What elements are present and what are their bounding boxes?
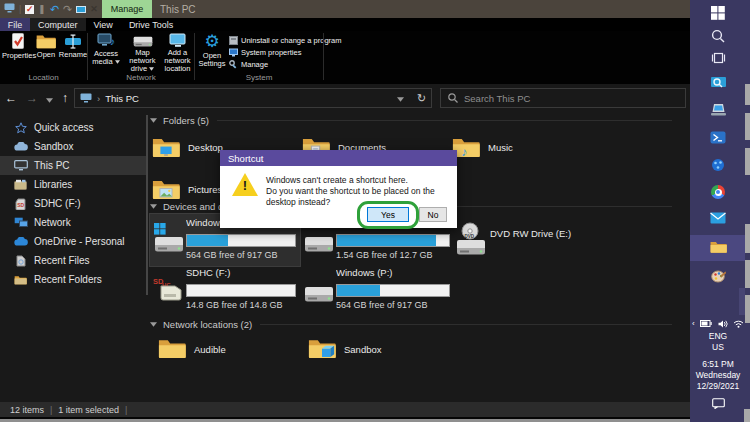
dialog-body: ! Windows can't create a shortcut here. …	[220, 166, 457, 228]
undo-icon[interactable]: ↶	[50, 5, 59, 14]
sidebar-item-recent-files[interactable]: Recent Files	[0, 251, 148, 270]
tab-file[interactable]: File	[0, 18, 30, 31]
up-button[interactable]: ↑	[56, 91, 74, 105]
sidebar-scrollbar[interactable]	[146, 115, 148, 295]
section-header-network-locations[interactable]: Network locations (2)	[150, 318, 672, 330]
collapse-chevron-icon[interactable]	[150, 322, 157, 327]
libraries-icon	[13, 179, 28, 190]
properties-qat-icon[interactable]: ✓	[25, 5, 34, 14]
powershell-icon[interactable]	[690, 131, 746, 144]
sidebar-item-recent-folders[interactable]: Recent Folders	[0, 270, 148, 289]
warning-exclamation: !	[232, 178, 258, 193]
forward-button[interactable]: →	[22, 91, 42, 105]
sidebar-item-onedrive[interactable]: OneDrive - Personal	[0, 232, 148, 251]
section-rule	[260, 324, 672, 325]
sd-card-icon: SD	[13, 198, 28, 210]
tab-drive-tools[interactable]: Drive Tools	[121, 18, 181, 31]
edge-window-sliver	[745, 148, 750, 175]
tray-language[interactable]: ENG	[690, 331, 746, 341]
open-settings-button[interactable]: ⚙ Open Settings	[196, 33, 228, 73]
rename-button[interactable]: Rename	[57, 33, 89, 73]
refresh-icon[interactable]: ↻	[417, 92, 426, 105]
clock-day[interactable]: Wednesday	[690, 370, 746, 380]
network-icon	[13, 217, 28, 228]
tab-view[interactable]: View	[86, 18, 121, 31]
columns-qat-icon[interactable]: ❚	[38, 5, 46, 14]
taskbar-search-icon[interactable]	[690, 29, 746, 43]
shortcut-dialog: Shortcut ! Windows can't create a shortc…	[220, 150, 457, 228]
status-bar: 12 items | 1 item selected |	[0, 402, 690, 417]
address-bar[interactable]: › This PC ↻	[74, 88, 432, 108]
network-signal-icon[interactable]	[733, 320, 744, 328]
window-title: This PC	[160, 0, 196, 18]
capacity-bar	[186, 234, 296, 247]
capacity-bar	[186, 284, 296, 297]
edge-window-sliver	[745, 260, 750, 288]
edge-window-sliver	[745, 295, 750, 323]
back-button[interactable]: ←	[0, 91, 22, 105]
manage-button[interactable]: Manage	[229, 59, 268, 70]
action-center-icon[interactable]	[690, 398, 746, 409]
start-button[interactable]	[690, 6, 746, 20]
delete-qat-icon[interactable]: ✕	[90, 5, 98, 14]
ribbon-group-network: ♪ Access media Map network drive Add a n…	[88, 31, 194, 84]
magnifier-app-icon[interactable]	[690, 76, 746, 90]
paint-icon[interactable]	[690, 269, 746, 283]
tray-chevron-icon[interactable]: ‹	[692, 319, 695, 328]
task-view-icon[interactable]	[690, 52, 746, 64]
file-explorer-icon[interactable]	[690, 240, 746, 254]
mail-icon[interactable]	[690, 212, 746, 224]
recent-files-icon	[13, 255, 28, 267]
audible-folder-icon	[158, 337, 186, 362]
sidebar-item-sandbox[interactable]: Sandbox	[0, 137, 148, 156]
capacity-bar	[336, 284, 450, 297]
map-network-drive-icon	[133, 33, 153, 48]
collapse-chevron-icon[interactable]	[150, 118, 157, 123]
capacity-bar	[336, 234, 450, 247]
drive-tile-windows-p[interactable]: Windows (P:) 564 GB free of 917 GB	[300, 264, 450, 316]
collapse-chevron-icon[interactable]	[150, 204, 157, 209]
network-location-audible[interactable]: Audible	[158, 334, 304, 364]
breadcrumb[interactable]: This PC	[105, 93, 139, 104]
redo-icon[interactable]: ↷	[63, 5, 72, 14]
uninstall-program-button[interactable]: Uninstall or change a program	[229, 35, 341, 46]
manage-contextual-tab[interactable]: Manage	[102, 0, 152, 18]
clock-date[interactable]: 12/29/2021	[690, 381, 746, 391]
drive-tile-sdhc-f[interactable]: SDHC SDHC (F:) 14.8 GB free of 14.8 GB	[150, 264, 300, 316]
system-properties-button[interactable]: System properties	[229, 47, 301, 58]
add-network-location-icon	[169, 33, 187, 48]
clock-time[interactable]: 6:51 PM	[690, 359, 746, 369]
add-network-location-button[interactable]: Add a network location	[161, 33, 194, 73]
search-input[interactable]	[464, 93, 654, 104]
selected-count: 1 item selected	[58, 405, 119, 415]
folder-tile-music[interactable]: ♪ Music	[452, 132, 598, 162]
laptop-app-icon[interactable]	[690, 103, 746, 117]
speaker-icon[interactable]	[718, 320, 728, 328]
rename-qat-icon[interactable]	[76, 6, 86, 13]
no-button[interactable]: No	[419, 207, 447, 222]
taskbar: ‹ ENG US 6:51 PM Wednesday 12/29/2021	[690, 0, 750, 422]
drive-tile-dvd-e[interactable]: DVD DVD RW Drive (E:)	[452, 214, 632, 266]
sidebar-item-network[interactable]: Network	[0, 213, 148, 232]
chrome-icon[interactable]	[690, 185, 746, 199]
group-label-network: Network	[88, 73, 194, 82]
search-box[interactable]	[440, 88, 686, 108]
dialog-title-bar[interactable]: Shortcut	[220, 150, 457, 166]
battery-icon[interactable]	[700, 320, 712, 327]
dropdown-caret-icon	[115, 60, 120, 64]
app-dots-icon[interactable]	[690, 158, 746, 172]
sidebar-item-libraries[interactable]: Libraries	[0, 175, 148, 194]
sidebar-item-sdhc[interactable]: SD SDHC (F:)	[0, 194, 148, 213]
recent-locations-caret[interactable]	[42, 89, 56, 107]
sidebar-item-quick-access[interactable]: Quick access	[0, 118, 148, 137]
address-dropdown-caret[interactable]	[397, 93, 404, 104]
tray-region[interactable]: US	[690, 342, 746, 352]
edge-window-sliver	[744, 409, 750, 422]
map-network-drive-button[interactable]: Map network drive	[124, 33, 161, 73]
sidebar-item-this-pc[interactable]: This PC	[0, 156, 148, 175]
network-location-sandbox[interactable]: Sandbox	[308, 334, 454, 364]
access-media-button[interactable]: ♪ Access media	[89, 33, 123, 73]
section-header-folders[interactable]: Folders (5)	[150, 114, 672, 126]
ribbon-group-system: ⚙ Open Settings Uninstall or change a pr…	[195, 31, 323, 84]
tab-computer[interactable]: Computer	[30, 18, 86, 31]
